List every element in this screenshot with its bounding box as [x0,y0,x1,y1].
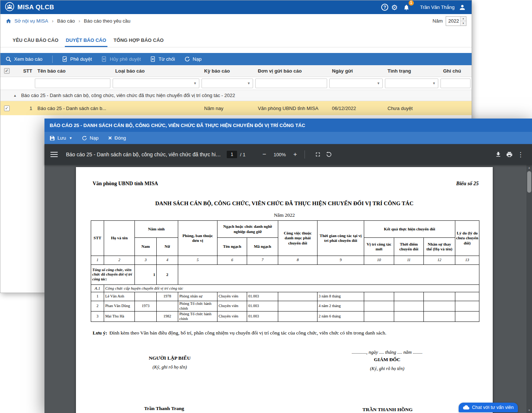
scroll-down-icon[interactable]: ▼ [526,407,532,413]
user-name[interactable]: Trần Văn Thắng [420,4,455,10]
zoom-level[interactable]: 100% [273,152,286,157]
settings-button[interactable]: ⚙ [390,3,399,12]
pdf-viewport: Văn phòng UBND tỉnh MISA Biểu số 25 DANH… [44,165,532,413]
col-num: 2 [104,256,135,265]
approve-button[interactable]: Phê duyệt [62,56,92,62]
row-checkbox[interactable]: ✓ [4,106,10,111]
spin-down-icon[interactable]: ▼ [460,21,466,26]
approve-label: Phê duyệt [70,56,92,62]
filter-ky-bao-cao-dropdown[interactable]: ▼ [202,79,253,88]
zoom-out-button[interactable]: − [262,151,266,158]
year-input[interactable] [446,17,460,26]
save-button[interactable]: Lưu ▼ [50,135,72,141]
cell-nam [135,312,157,322]
year-spinner[interactable]: ▲ ▼ [446,16,466,26]
filter-tinh-trang-dropdown[interactable]: ▼ [385,79,438,88]
tab-tong-hop-bao-cao[interactable]: TỔNG HỢP BÁO CÁO [113,34,165,47]
th-congviec: Công việc thuộc danh mục phải chuyển đổi [278,221,317,256]
scrollbar[interactable]: ▲ ▼ [526,165,532,413]
print-button[interactable] [504,149,515,160]
fit-page-button[interactable] [312,149,323,160]
breadcrumb-item-so-noi-vu[interactable]: Sở nội vụ MISA [14,18,48,24]
cell-nu: 1982 [157,312,178,322]
filter-loai-bao-cao-dropdown[interactable]: ▼ [113,79,199,88]
filter-cell [254,79,328,88]
zoom-in-button[interactable]: + [293,151,297,158]
dialog-titlebar: BÁO CÁO 25 - DANH SÁCH CÁN BỘ, CÔNG CHỨC… [44,119,532,132]
user-menu-button[interactable] [458,3,467,12]
view-report-button[interactable]: Xem báo cáo [6,56,43,62]
column-header-ngay-gui[interactable]: Ngày gửi [328,68,384,74]
column-header-loai-bao-cao[interactable]: Loại báo cáo [112,68,200,74]
cancel-approve-button[interactable]: Hủy phê duyệt [102,56,141,62]
sign-note-left: (Ký, ghi rõ họ tên) [131,364,209,370]
sign-title-right: GIÁM ĐỐC [348,357,426,363]
menu-icon[interactable] [50,152,58,157]
home-icon[interactable] [6,18,11,24]
col-num: 11 [394,256,424,265]
th-vitrimoi: Vị trí công tác mới [364,238,394,256]
app-title: MISA QLCB [17,4,54,11]
cell-mangach: 01.003 [247,292,278,301]
filter-ghi-chu-input[interactable] [440,79,471,88]
save-label: Lưu [57,135,66,141]
help-button[interactable]: ? [380,3,390,12]
page-number-input[interactable]: 1 [227,151,237,158]
refresh-icon [184,56,190,62]
breadcrumb-item-bao-cao[interactable]: Báo cáo [57,18,75,24]
row-ky-bao-cao: Năm nay [200,106,254,111]
column-header-stt[interactable]: STT [13,68,34,74]
tab-yeu-cau-bao-cao[interactable]: YÊU CẦU BÁO CÁO [11,34,60,47]
row-don-vi: Văn phòng UBND tỉnh MISA [254,106,328,111]
filter-cell: ▼ [328,79,384,88]
column-header-ky-bao-cao[interactable]: Kỳ báo cáo [200,68,254,74]
filter-ten-bao-cao-input[interactable] [35,79,110,88]
table-row[interactable]: ✓ 1 Báo cáo 25 - Danh sách cán b... Năm … [0,101,472,115]
download-button[interactable] [493,149,504,160]
rotate-button[interactable] [323,149,335,160]
th-nhansu: Nhân sự thay thế (Họ và tên) [424,238,455,256]
filter-cell: ▼ [200,79,254,88]
cell-congviec [278,312,317,322]
toolbar-divider [305,150,305,159]
th-stt: STT [91,221,104,256]
row-tinh-trang: Chưa duyệt [384,106,439,111]
tab-duyet-bao-cao[interactable]: DUYỆT BÁO CÁO [65,34,107,47]
cell-stt: 3 [91,312,104,322]
scroll-up-icon[interactable]: ▲ [526,165,532,170]
reload-label: Nạp [193,56,202,62]
reject-button[interactable]: Từ chối [150,56,175,62]
cell-mangach: 01.003 [247,301,278,312]
col-num: 6 [217,256,247,265]
column-header-ten-bao-cao[interactable]: Tên báo cáo [34,68,112,74]
column-header-don-vi[interactable]: Đơn vị gửi báo cáo [254,68,328,74]
group-row[interactable]: ▲ Báo cáo 25 - Danh sách cán bộ, công ch… [0,90,472,101]
close-button[interactable]: × Đóng [108,135,126,141]
collapse-icon[interactable]: ▲ [13,94,17,97]
more-options-button[interactable]: ⋮ [515,149,526,160]
kebab-menu-icon: ⋮ [518,151,524,159]
dialog-reload-label: Nạp [90,135,99,141]
note-text: Đính kèm theo Văn bản điều động, bố trí,… [109,330,386,336]
column-header-ghi-chu[interactable]: Ghi chú [439,68,472,74]
select-all-checkbox[interactable]: ✓ [4,68,10,74]
cell-nhansu [424,292,455,301]
filter-ngay-gui-dropdown[interactable]: ▼ [329,79,383,88]
total-nu: 2 [157,265,178,285]
notifications-button[interactable]: 1 [402,3,411,12]
cell-thoidiem [394,301,424,312]
cell-lydo [455,312,479,322]
chat-support-button[interactable]: Chat với tư vấn viên [459,403,518,412]
filter-don-vi-input[interactable] [255,79,327,88]
approve-icon [62,56,68,62]
dialog-reload-button[interactable]: Nạp [82,135,99,141]
grid-header: ✓ STT Tên báo cáo Loại báo cáo Kỳ báo cá… [0,65,472,77]
spin-up-icon[interactable]: ▲ [460,17,466,21]
scrollbar-thumb[interactable] [527,171,531,193]
chevron-down-icon: ▼ [432,81,436,85]
pdf-toolbar: Báo cáo 25 - Danh sách cán bộ, công chức… [44,144,532,165]
sign-name-left: Trần Thanh Trang [125,406,203,412]
reload-button[interactable]: Nạp [184,56,202,62]
column-header-tinh-trang[interactable]: Tình trạng [384,68,439,74]
cell-thoigian: 3 năm 8 tháng [317,292,364,301]
